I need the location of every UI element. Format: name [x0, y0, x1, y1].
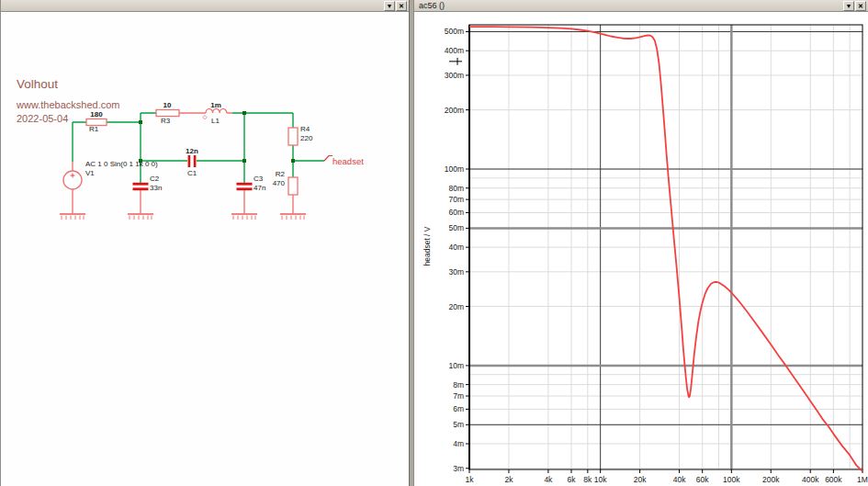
c2-value: 33n: [150, 184, 162, 192]
junction-dot: [291, 159, 295, 163]
c1-name: C1: [187, 169, 197, 177]
wires[interactable]: [73, 113, 324, 183]
v1-name: V1: [85, 169, 95, 177]
x-tick-label: 600k: [825, 475, 842, 484]
x-tick-label: 10k: [594, 475, 607, 484]
y-tick-label: 50m: [448, 223, 464, 232]
r3-value: 10: [163, 101, 172, 109]
y-tick-label: 200m: [445, 106, 464, 115]
y-tick-label: 400m: [445, 46, 464, 55]
close-icon[interactable]: ✕: [396, 1, 407, 11]
schematic-drawing: Volhout www.thebackshed.com 2022-05-04: [1, 12, 410, 486]
author-text: Volhout: [17, 77, 58, 91]
r4-value: 220: [300, 134, 313, 142]
plot-window: ac56 () ▼ ✕ headset / V 500m400m300m200m…: [413, 0, 868, 486]
x-tick-label: 400k: [802, 475, 819, 484]
response-curve[interactable]: [469, 27, 862, 471]
x-tick-label: 8k: [583, 475, 592, 484]
plot-titlebar[interactable]: ac56 () ▼ ✕: [414, 0, 868, 12]
y-tick-label: 100m: [445, 164, 464, 174]
x-tick-label: 60k: [696, 475, 709, 484]
component-r3[interactable]: [156, 110, 179, 117]
c1-value: 12n: [186, 147, 198, 155]
x-tick-label: 1k: [466, 475, 475, 484]
ground-icon[interactable]: [60, 214, 85, 220]
component-r2[interactable]: [288, 177, 298, 195]
junction-dot: [242, 111, 246, 115]
x-tick-label: 2k: [504, 475, 513, 484]
y-tick-label: 20m: [448, 302, 464, 311]
c3-name: C3: [254, 175, 264, 183]
ground-icon[interactable]: [280, 214, 306, 220]
y-tick-label: 300m: [445, 71, 464, 80]
schematic-window: ▼ ✕ Volhout www.thebackshed.com 2022-05-…: [0, 0, 410, 486]
r2-name: R2: [276, 170, 286, 178]
y-tick-label: 70m: [448, 195, 464, 204]
y-tick-label: 30m: [448, 267, 464, 277]
r3-name: R3: [161, 117, 171, 125]
plot-title: ac56 (): [419, 0, 842, 11]
y-tick-label: 500m: [445, 27, 464, 36]
component-v1[interactable]: [63, 171, 82, 189]
axis-marker-icon[interactable]: [449, 58, 462, 65]
ac-response-plot[interactable]: headset / V 500m400m300m200m100m80m70m60…: [414, 12, 868, 486]
r2-value: 470: [273, 179, 286, 187]
ground-symbols: [60, 214, 306, 220]
x-tick-label: 40k: [673, 475, 686, 484]
x-tick-label: 100k: [723, 475, 740, 484]
c3-value: 47n: [254, 184, 265, 192]
c2-name: C2: [150, 175, 160, 183]
y-tick-label: 4m: [453, 439, 464, 448]
junction-dot: [242, 159, 246, 163]
component-c2[interactable]: [133, 183, 149, 190]
r1-name: R1: [89, 125, 99, 133]
component-c3[interactable]: [237, 183, 253, 190]
ground-icon[interactable]: [128, 214, 153, 220]
schematic-canvas[interactable]: Volhout www.thebackshed.com 2022-05-04: [1, 12, 409, 486]
date-text: 2022-05-04: [17, 113, 68, 124]
junction-dot: [139, 120, 142, 124]
y-tick-label: 40m: [448, 243, 464, 252]
x-tick-label: 1M: [857, 475, 868, 484]
v1-value: AC 1 0 Sin(0 1 1k 0 0): [85, 160, 158, 168]
l1-value: 1m: [210, 101, 221, 109]
y-tick-label: 80m: [448, 184, 464, 193]
collapse-icon[interactable]: ▼: [384, 1, 395, 11]
ground-icon[interactable]: [231, 214, 257, 220]
collapse-icon[interactable]: ▼: [843, 1, 854, 11]
y-tick-label: 10m: [448, 361, 464, 370]
inductor-marker-icon: [203, 116, 207, 119]
r4-name: R4: [300, 125, 310, 133]
y-tick-label: 6m: [453, 404, 464, 413]
net-label-hook-icon: [324, 156, 333, 162]
url-text: www.thebackshed.com: [16, 99, 120, 110]
y-tick-label: 7m: [453, 391, 464, 401]
y-tick-label: 60m: [448, 208, 464, 217]
component-r4[interactable]: [288, 128, 298, 145]
l1-name: L1: [211, 117, 220, 125]
x-tick-label: 4k: [544, 475, 553, 484]
component-labels: 180 R1 10 R3 1m L1 12n C1 C2 33n C3 47n …: [85, 101, 313, 192]
component-c1[interactable]: [188, 155, 197, 167]
close-icon[interactable]: ✕: [855, 1, 866, 11]
x-tick-label: 20k: [634, 475, 647, 484]
net-label-text: headset: [333, 156, 364, 166]
y-tick-label: 5m: [453, 420, 464, 429]
schematic-titlebar[interactable]: ▼ ✕: [1, 0, 409, 12]
plot-client[interactable]: headset / V 500m400m300m200m100m80m70m60…: [414, 12, 868, 486]
r1-value: 180: [90, 110, 103, 119]
x-tick-label: 200k: [762, 475, 780, 484]
y-tick-label: 3m: [453, 464, 464, 473]
net-label-headset[interactable]: headset: [324, 156, 364, 167]
x-tick-label: 6k: [568, 475, 577, 484]
y-axis-label: headset / V: [423, 226, 432, 266]
schematic-header: Volhout www.thebackshed.com 2022-05-04: [16, 77, 120, 124]
y-tick-label: 8m: [453, 380, 464, 390]
